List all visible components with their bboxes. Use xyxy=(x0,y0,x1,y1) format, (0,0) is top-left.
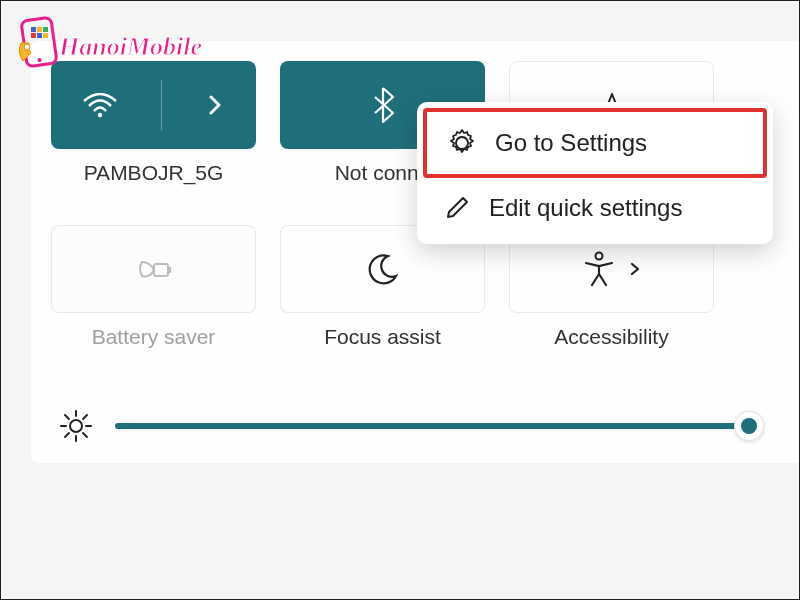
svg-rect-3 xyxy=(37,27,42,32)
focus-label: Focus assist xyxy=(324,325,441,349)
svg-rect-7 xyxy=(43,33,48,38)
gear-icon xyxy=(447,128,477,158)
chevron-right-icon[interactable] xyxy=(205,91,225,119)
menu-go-to-settings[interactable]: Go to Settings xyxy=(423,108,767,178)
watermark-text: HanoiMobile xyxy=(59,32,202,62)
wifi-tile-divider xyxy=(161,80,162,130)
svg-line-19 xyxy=(83,433,87,437)
bluetooth-label: Not conne xyxy=(335,161,431,185)
brightness-icon xyxy=(59,409,93,443)
wifi-label: PAMBOJR_5G xyxy=(84,161,224,185)
moon-icon xyxy=(366,252,400,286)
context-menu: Go to Settings Edit quick settings xyxy=(417,102,773,244)
accessibility-icon xyxy=(582,251,616,287)
watermark-logo: HanoiMobile xyxy=(9,15,202,79)
brightness-slider-thumb[interactable] xyxy=(734,411,764,441)
battery-leaf-icon xyxy=(134,254,174,284)
battery-tile-wrap: Battery saver xyxy=(51,225,256,349)
svg-point-1 xyxy=(37,58,42,63)
chevron-right-icon[interactable] xyxy=(628,259,642,279)
svg-rect-5 xyxy=(31,33,36,38)
menu-edit-quick-settings[interactable]: Edit quick settings xyxy=(423,178,767,238)
svg-rect-10 xyxy=(154,264,168,276)
wifi-icon xyxy=(82,91,118,119)
svg-rect-11 xyxy=(168,267,171,273)
svg-point-13 xyxy=(70,420,82,432)
svg-rect-6 xyxy=(37,33,42,38)
battery-label: Battery saver xyxy=(92,325,216,349)
svg-point-9 xyxy=(98,113,102,117)
svg-point-12 xyxy=(595,253,602,260)
svg-rect-2 xyxy=(31,27,36,32)
svg-line-20 xyxy=(65,433,69,437)
battery-saver-tile[interactable] xyxy=(51,225,256,313)
wifi-tile-wrap: PAMBOJR_5G xyxy=(51,61,256,185)
svg-line-21 xyxy=(83,415,87,419)
phone-repair-icon xyxy=(9,15,63,79)
bluetooth-icon xyxy=(371,86,395,124)
accessibility-label: Accessibility xyxy=(554,325,668,349)
svg-point-8 xyxy=(24,44,30,50)
brightness-slider-row xyxy=(51,409,761,443)
svg-line-18 xyxy=(65,415,69,419)
menu-edit-label: Edit quick settings xyxy=(489,194,682,222)
menu-settings-label: Go to Settings xyxy=(495,129,647,157)
brightness-slider[interactable] xyxy=(115,423,753,429)
pencil-icon xyxy=(443,194,471,222)
svg-rect-4 xyxy=(43,27,48,32)
